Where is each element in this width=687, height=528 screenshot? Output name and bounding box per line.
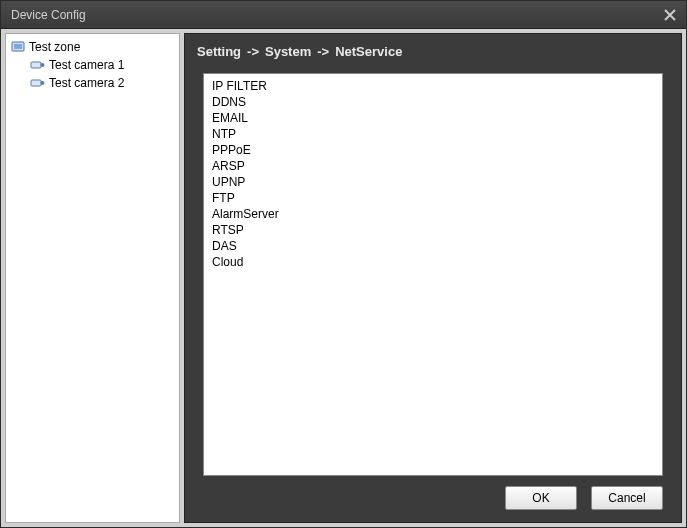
tree-zone-label: Test zone xyxy=(29,40,80,54)
list-item[interactable]: IP FILTER xyxy=(210,78,656,94)
list-item[interactable]: EMAIL xyxy=(210,110,656,126)
list-item[interactable]: RTSP xyxy=(210,222,656,238)
list-item[interactable]: AlarmServer xyxy=(210,206,656,222)
content-area: IP FILTER DDNS EMAIL NTP PPPoE ARSP UPNP… xyxy=(185,67,681,522)
svg-point-7 xyxy=(41,81,45,85)
device-config-window: Device Config Test xyxy=(0,0,687,528)
camera-icon xyxy=(30,57,46,73)
main-panel: Setting -> System -> NetService IP FILTE… xyxy=(184,33,682,523)
svg-rect-6 xyxy=(31,80,41,86)
window-body: Test zone Test camer xyxy=(1,29,686,527)
list-item[interactable]: Cloud xyxy=(210,254,656,270)
window-title: Device Config xyxy=(11,8,86,22)
tree-camera-2[interactable]: Test camera 2 xyxy=(28,74,177,92)
ok-button[interactable]: OK xyxy=(505,486,577,510)
netservice-listbox[interactable]: IP FILTER DDNS EMAIL NTP PPPoE ARSP UPNP… xyxy=(203,73,663,476)
cancel-button[interactable]: Cancel xyxy=(591,486,663,510)
tree-camera-1[interactable]: Test camera 1 xyxy=(28,56,177,74)
camera-icon xyxy=(30,75,46,91)
list-item[interactable]: ARSP xyxy=(210,158,656,174)
list-item[interactable]: DDNS xyxy=(210,94,656,110)
close-button[interactable] xyxy=(660,6,680,24)
tree-camera-2-label: Test camera 2 xyxy=(49,76,124,90)
zone-icon xyxy=(10,39,26,55)
breadcrumb: Setting -> System -> NetService xyxy=(185,34,681,67)
list-item[interactable]: DAS xyxy=(210,238,656,254)
breadcrumb-separator: -> xyxy=(317,44,329,59)
close-icon xyxy=(664,9,676,21)
button-row: OK Cancel xyxy=(203,476,663,510)
svg-point-5 xyxy=(41,63,45,67)
list-item[interactable]: PPPoE xyxy=(210,142,656,158)
breadcrumb-part: System xyxy=(265,44,311,59)
titlebar: Device Config xyxy=(1,1,686,29)
tree-zone[interactable]: Test zone xyxy=(8,38,177,56)
device-tree[interactable]: Test zone Test camer xyxy=(5,33,180,523)
breadcrumb-part: Setting xyxy=(197,44,241,59)
tree-camera-1-label: Test camera 1 xyxy=(49,58,124,72)
breadcrumb-separator: -> xyxy=(247,44,259,59)
list-item[interactable]: UPNP xyxy=(210,174,656,190)
svg-rect-4 xyxy=(31,62,41,68)
list-item[interactable]: FTP xyxy=(210,190,656,206)
svg-rect-3 xyxy=(14,44,22,49)
list-item[interactable]: NTP xyxy=(210,126,656,142)
breadcrumb-part: NetService xyxy=(335,44,402,59)
